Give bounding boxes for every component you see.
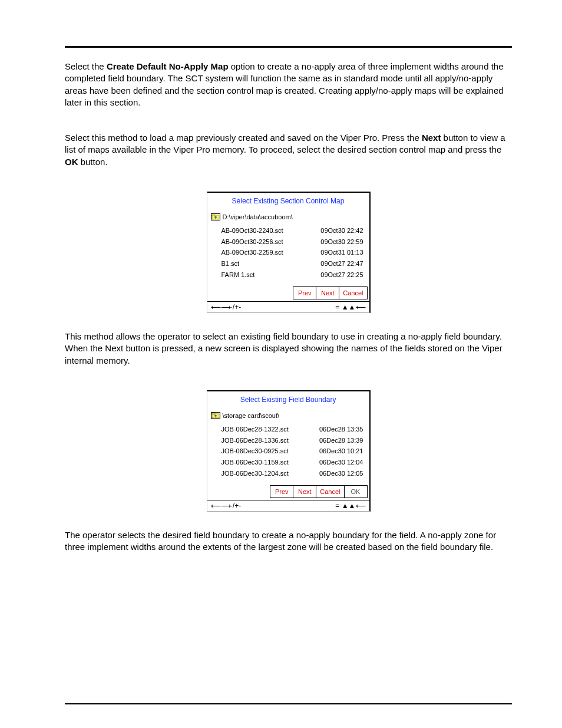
sip-right-glyphs: = ▲▲⟵: [335, 304, 365, 311]
file-time: 06Dec30 12:04: [319, 458, 363, 467]
file-row[interactable]: JOB-06Dec30-0925.sct 06Dec30 10:21: [222, 446, 363, 457]
next-button[interactable]: Next: [316, 286, 339, 299]
file-name: JOB-06Dec28-1336.sct: [222, 436, 289, 445]
svg-rect-5: [212, 413, 215, 414]
bold-ok: OK: [65, 157, 78, 167]
next-button[interactable]: Next: [293, 485, 316, 498]
file-name: JOB-06Dec30-1204.sct: [222, 469, 289, 478]
file-row[interactable]: AB-09Oct30-2256.sct 09Oct30 22:59: [222, 236, 363, 248]
panel-title: Select Existing Field Boundary: [207, 391, 369, 410]
file-row[interactable]: FARM 1.sct 09Oct27 22:25: [222, 269, 363, 281]
file-name: B1.sct: [222, 259, 240, 268]
panel-title: Select Existing Section Control Map: [207, 193, 369, 212]
file-name: AB-09Oct30-2256.sct: [222, 238, 283, 246]
text-run: Select the: [65, 61, 107, 71]
sip-glyph-bar: ⟵⟶·/+- = ▲▲⟵: [207, 301, 369, 312]
bold-option-name: Create Default No-Apply Map: [107, 61, 229, 71]
file-time: 09Oct30 22:59: [320, 238, 363, 246]
file-list: AB-09Oct30-2240.sct 09Oct30 22:42 AB-09O…: [207, 224, 369, 284]
paragraph-create-default: Select the Create Default No-Apply Map o…: [65, 61, 512, 108]
file-row[interactable]: JOB-06Dec28-1336.sct 06Dec28 13:39: [222, 435, 363, 446]
cancel-button[interactable]: Cancel: [339, 286, 367, 299]
bottom-divider: [65, 703, 512, 704]
file-row[interactable]: JOB-06Dec30-1204.sct 06Dec30 12:05: [222, 468, 363, 479]
file-time: 06Dec28 13:39: [319, 436, 363, 445]
file-time: 09Oct30 22:42: [320, 226, 363, 235]
sip-left-glyphs: ⟵⟶·/+-: [211, 502, 242, 509]
bold-next: Next: [422, 133, 441, 143]
top-divider: [65, 46, 512, 48]
file-time: 06Dec28 13:35: [319, 425, 363, 434]
file-time: 06Dec30 10:21: [319, 447, 363, 456]
paragraph-operator-selects: The operator selects the desired field b…: [65, 529, 512, 554]
file-name: JOB-06Dec30-0925.sct: [222, 447, 289, 456]
device-select-section-control-map: Select Existing Section Control Map D:\v…: [207, 192, 371, 313]
file-time: 09Oct31 01:13: [320, 248, 363, 257]
file-row[interactable]: JOB-06Dec30-1159.sct 06Dec30 12:04: [222, 457, 363, 468]
panel-path-text: D:\viper\data\accuboom\: [223, 213, 293, 222]
file-name: JOB-06Dec28-1322.sct: [222, 425, 289, 434]
file-name: FARM 1.sct: [222, 271, 255, 279]
file-row[interactable]: JOB-06Dec28-1322.sct 06Dec28 13:35: [222, 424, 363, 435]
prev-button[interactable]: Prev: [293, 286, 316, 299]
file-row[interactable]: B1.sct 09Oct27 22:47: [222, 258, 363, 269]
sip-left-glyphs: ⟵⟶·/+-: [211, 304, 242, 311]
document-page: Select the Create Default No-Apply Map o…: [0, 0, 562, 728]
file-row[interactable]: AB-09Oct30-2240.sct 09Oct30 22:42: [222, 225, 363, 236]
panel-button-row: Prev Next Cancel OK: [207, 483, 369, 500]
text-run: Select this method to load a map previou…: [65, 133, 422, 143]
ok-button[interactable]: OK: [344, 485, 368, 498]
sip-right-glyphs: = ▲▲⟵: [335, 502, 365, 509]
paragraph-load-map: Select this method to load a map previou…: [65, 132, 512, 168]
file-name: AB-09Oct30-2240.sct: [222, 226, 283, 235]
prev-button[interactable]: Prev: [270, 485, 293, 498]
file-time: 09Oct27 22:47: [320, 259, 363, 268]
file-list: JOB-06Dec28-1322.sct 06Dec28 13:35 JOB-0…: [207, 423, 369, 483]
folder-up-icon[interactable]: [211, 213, 220, 220]
device-select-field-boundary: Select Existing Field Boundary \storage …: [207, 390, 371, 512]
text-run: button.: [81, 157, 108, 167]
sip-glyph-bar: ⟵⟶·/+- = ▲▲⟵: [207, 500, 369, 511]
panel-path-row: \storage card\scout\: [207, 410, 369, 423]
panel-path-row: D:\viper\data\accuboom\: [207, 212, 369, 224]
folder-up-icon[interactable]: [211, 412, 220, 419]
panel-path-text: \storage card\scout\: [223, 411, 280, 420]
file-time: 06Dec30 12:05: [319, 469, 363, 478]
file-time: 09Oct27 22:25: [320, 271, 363, 279]
svg-rect-2: [212, 215, 215, 216]
file-row[interactable]: AB-09Oct30-2259.sct 09Oct31 01:13: [222, 247, 363, 258]
file-name: AB-09Oct30-2259.sct: [222, 248, 283, 257]
panel-button-row: Prev Next Cancel: [207, 284, 369, 301]
cancel-button[interactable]: Cancel: [316, 485, 344, 498]
paragraph-field-boundary: This method allows the operator to selec…: [65, 331, 512, 367]
file-name: JOB-06Dec30-1159.sct: [222, 458, 289, 467]
